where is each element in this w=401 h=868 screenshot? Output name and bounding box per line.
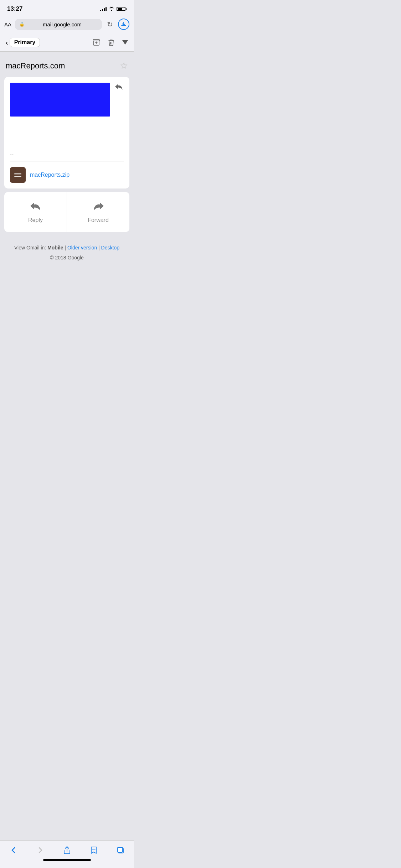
email-separator: -- (4, 151, 129, 161)
attachment-icon-lines (14, 173, 21, 177)
browser-bar: AA 🔒 mail.google.com ↻ (0, 16, 134, 33)
url-bar[interactable]: 🔒 mail.google.com (15, 19, 102, 30)
battery-icon (117, 7, 127, 11)
archive-button[interactable] (92, 38, 100, 46)
email-body (4, 122, 129, 151)
footer: View Gmail in: Mobile | Older version | … (4, 239, 129, 270)
page-content: macReports.com ☆ -- macReports.zip (0, 52, 134, 311)
reply-label: Reply (28, 217, 43, 223)
back-chevron-icon: ‹ (6, 39, 8, 46)
signal-icon (100, 7, 107, 11)
sender-row: macReports.com ☆ (4, 57, 129, 77)
url-text: mail.google.com (27, 21, 98, 27)
back-label: Primary (10, 38, 40, 47)
gmail-toolbar: ‹ Primary (0, 33, 134, 52)
delete-button[interactable] (107, 38, 115, 46)
reply-arrow-icon (29, 201, 42, 214)
footer-mobile[interactable]: Mobile (47, 245, 63, 250)
footer-older-link[interactable]: Older version (67, 245, 97, 250)
footer-copyright: © 2018 Google (10, 253, 124, 263)
lock-icon: 🔒 (19, 22, 25, 27)
email-header (4, 77, 129, 122)
aa-text[interactable]: AA (4, 21, 11, 27)
attachment-row: macReports.zip (4, 161, 129, 188)
footer-view-in: View Gmail in: (14, 245, 47, 250)
reply-quick-button[interactable] (114, 83, 124, 93)
email-card: -- macReports.zip (4, 77, 129, 188)
forward-arrow-icon (92, 201, 105, 214)
sender-name: macReports.com (6, 61, 65, 71)
reply-button[interactable]: Reply (4, 192, 67, 232)
status-bar: 13:27 (0, 0, 134, 16)
forward-button[interactable]: Forward (67, 192, 129, 232)
status-time: 13:27 (7, 5, 22, 12)
more-button[interactable] (122, 40, 128, 45)
toolbar-actions (92, 38, 128, 46)
footer-desktop-link[interactable]: Desktop (101, 245, 119, 250)
forward-label: Forward (88, 217, 109, 223)
attachment-link[interactable]: macReports.zip (30, 172, 70, 178)
footer-sep1: | (63, 245, 67, 250)
email-banner (10, 83, 110, 117)
attachment-icon (10, 167, 26, 183)
star-icon[interactable]: ☆ (120, 60, 128, 71)
svg-marker-1 (122, 40, 128, 45)
footer-sep2: | (97, 245, 101, 250)
back-button[interactable]: ‹ Primary (6, 36, 43, 48)
wifi-icon (109, 6, 114, 12)
footer-view-line: View Gmail in: Mobile | Older version | … (10, 243, 124, 253)
download-button[interactable] (118, 19, 129, 30)
action-card: Reply Forward (4, 192, 129, 232)
status-icons (100, 6, 127, 12)
refresh-button[interactable]: ↻ (106, 20, 114, 29)
